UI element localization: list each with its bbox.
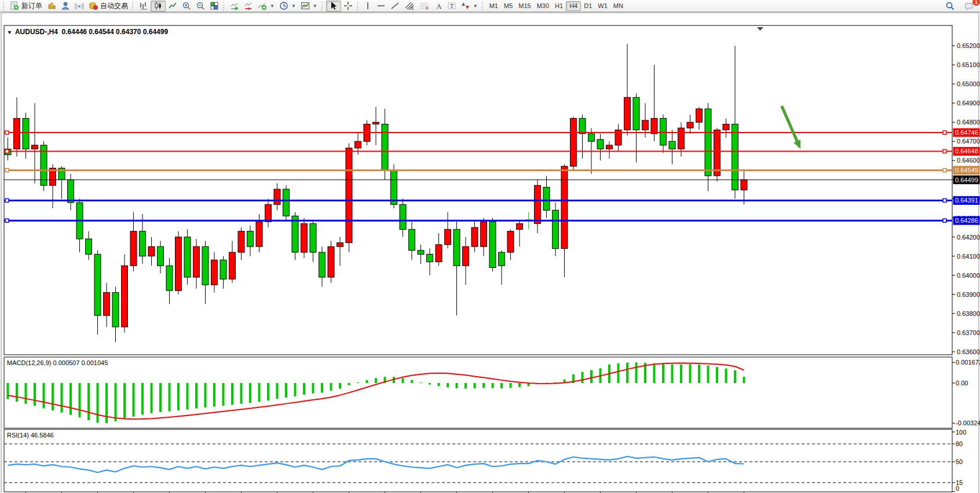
candle-body	[23, 119, 29, 149]
level-endpoint-marker[interactable]	[5, 168, 9, 172]
candle-body	[427, 254, 433, 262]
toolbar: 新订单 自动交易	[0, 0, 980, 12]
tf-d1-button[interactable]: D1	[581, 1, 595, 11]
macd-histogram-bar	[204, 383, 207, 407]
macd-histogram-bar	[500, 383, 503, 388]
level-endpoint-marker[interactable]	[943, 149, 946, 153]
tf-h1-button[interactable]: H1	[552, 1, 566, 11]
cursor-tool-button[interactable]	[326, 1, 341, 12]
candle-body	[166, 266, 173, 290]
tf-m5-button[interactable]: M5	[501, 1, 515, 11]
auto-scroll-icon	[230, 1, 239, 10]
notifications-button[interactable]: 1	[962, 1, 977, 12]
macd-histogram-bar	[510, 383, 512, 388]
zoom-out-button[interactable]	[193, 1, 207, 12]
macd-histogram-bar	[123, 383, 126, 419]
templates-button[interactable]: ▼	[298, 1, 320, 12]
tf-mn-button[interactable]: MN	[610, 1, 626, 11]
profile-button[interactable]	[58, 1, 72, 12]
candle-body	[301, 223, 308, 252]
candle-body	[310, 223, 316, 252]
candle-body	[220, 260, 226, 279]
level-endpoint-marker[interactable]	[5, 198, 9, 202]
hline-tool-button[interactable]	[374, 1, 388, 12]
trendline-tool-button[interactable]	[388, 1, 402, 12]
macd-histogram-bar	[285, 383, 287, 398]
chart-line-button[interactable]	[166, 1, 180, 12]
chart-candles-button[interactable]	[151, 1, 166, 12]
macd-histogram-bar	[52, 383, 54, 410]
candle-body	[687, 122, 693, 128]
macd-histogram-bar	[159, 383, 162, 412]
vline-tool-button[interactable]	[361, 1, 374, 12]
candle-body	[633, 97, 639, 130]
candle-body	[140, 231, 146, 256]
tf-w1-button[interactable]: W1	[595, 1, 610, 11]
macd-histogram-bar	[357, 382, 359, 383]
candle-body	[247, 231, 254, 246]
periods-button[interactable]: ▼	[277, 1, 298, 12]
macd-histogram-bar	[34, 383, 36, 406]
fibonacci-icon: F	[419, 1, 430, 10]
candle-body	[238, 231, 244, 252]
arrows-tool-button[interactable]: ▼	[459, 1, 480, 12]
crosshair-icon	[343, 1, 353, 10]
candle-body	[86, 239, 92, 254]
candle-body	[148, 246, 155, 256]
candle-body	[193, 246, 200, 277]
symbols-button[interactable]	[45, 1, 58, 12]
tf-h4-button[interactable]: H4	[566, 1, 581, 11]
price-level-badge-text: 0.64746	[955, 129, 978, 136]
signal-button[interactable]	[72, 1, 86, 12]
tile-windows-button[interactable]	[207, 1, 221, 12]
candle-body	[517, 223, 523, 229]
clock-icon	[279, 1, 288, 10]
macd-histogram-bar	[375, 378, 377, 383]
text-label-tool-button[interactable]: T	[445, 1, 459, 12]
text-tool-button[interactable]: A	[432, 1, 445, 12]
arrow-objects-icon	[461, 1, 470, 10]
auto-scroll-button[interactable]	[228, 1, 242, 12]
symbol-dropdown-icon[interactable]: ▼	[7, 30, 12, 35]
level-endpoint-marker[interactable]	[943, 198, 946, 202]
chart-bars-button[interactable]	[137, 1, 151, 12]
candle-body	[597, 139, 604, 149]
candle-body	[373, 122, 379, 124]
price-level-badge-text: 0.64286	[955, 217, 978, 224]
chart-plot[interactable]: 0.652000.651000.650000.649000.648000.647…	[0, 12, 980, 493]
price-tick-label: 0.64100	[957, 253, 980, 260]
equidistant-channel-button[interactable]: E	[402, 1, 417, 12]
candle-body	[112, 292, 119, 327]
price-tick-label: 0.63800	[957, 310, 980, 317]
cursor-icon	[329, 1, 338, 10]
macd-histogram-bar	[294, 383, 297, 396]
auto-trading-button[interactable]: 自动交易	[86, 1, 130, 12]
level-endpoint-marker[interactable]	[943, 131, 946, 134]
tf-m30-button[interactable]: M30	[534, 1, 552, 11]
price-level-badge-text: 0.64549	[955, 167, 978, 174]
new-order-button[interactable]: 新订单	[8, 1, 45, 12]
tile-windows-icon	[210, 1, 219, 10]
macd-histogram-bar	[429, 383, 431, 385]
candle-body	[471, 227, 478, 246]
price-tick-label: 0.64600	[957, 157, 980, 164]
level-endpoint-marker[interactable]	[5, 149, 9, 153]
level-endpoint-marker[interactable]	[943, 219, 946, 222]
level-endpoint-marker[interactable]	[5, 131, 9, 134]
zoom-out-icon	[196, 1, 205, 10]
chart-shift-button[interactable]	[242, 1, 255, 12]
fibonacci-tool-button[interactable]: F	[417, 1, 432, 12]
candle-body	[651, 119, 657, 134]
crosshair-tool-button[interactable]	[341, 1, 355, 12]
tf-m1-button[interactable]: M1	[487, 1, 501, 11]
tf-m15-button[interactable]: M15	[515, 1, 533, 11]
zoom-in-button[interactable]	[180, 1, 193, 12]
indicators-button[interactable]: ▼	[255, 1, 277, 12]
level-endpoint-marker[interactable]	[5, 219, 9, 222]
level-endpoint-marker[interactable]	[943, 168, 946, 172]
price-tick-label: 0.64900	[957, 100, 980, 106]
macd-histogram-bar	[303, 383, 305, 395]
search-button[interactable]	[943, 1, 957, 12]
macd-histogram-bar	[698, 365, 700, 383]
candle-body	[463, 246, 469, 266]
